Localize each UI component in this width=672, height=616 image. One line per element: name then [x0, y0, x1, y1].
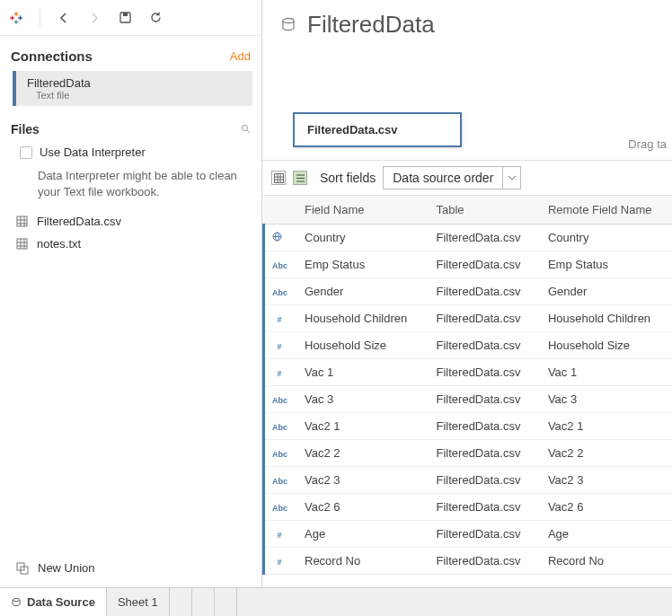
table-icon — [16, 216, 28, 227]
grid-toolbar: Sort fields Data source order — [262, 161, 672, 196]
file-item[interactable]: FilteredData.csv — [0, 210, 261, 233]
sheet-tabs: Data Source Sheet 1 — [0, 587, 672, 616]
data-interpreter-label: Use Data Interpreter — [40, 145, 146, 159]
join-canvas[interactable]: FilteredData.csv Drag ta — [262, 44, 672, 161]
col-table[interactable]: Table — [428, 196, 539, 224]
new-story-button[interactable] — [215, 588, 237, 616]
field-type-icon: # — [264, 332, 296, 359]
datasource-tab-icon — [11, 597, 22, 608]
field-type-icon: # — [264, 359, 296, 386]
field-type-icon: Abc — [264, 467, 296, 494]
field-name-cell: Household Size — [296, 332, 428, 359]
table-row[interactable]: AbcEmp StatusFilteredData.csvEmp Status — [264, 251, 673, 278]
table-row[interactable]: AbcVac 3FilteredData.csvVac 3 — [264, 386, 673, 413]
connection-name: FilteredData — [27, 76, 242, 90]
add-connection-link[interactable]: Add — [230, 49, 251, 63]
sort-fields-label: Sort fields — [320, 171, 376, 185]
remote-cell: Vac 3 — [539, 386, 672, 413]
remote-cell: Vac2 6 — [539, 494, 672, 521]
svg-rect-12 — [17, 216, 27, 226]
table-row[interactable]: CountryFilteredData.csvCountry — [264, 224, 673, 251]
top-toolbar — [0, 0, 261, 36]
datasource-icon — [280, 17, 296, 33]
field-type-icon: # — [264, 521, 296, 548]
table-cell: FilteredData.csv — [428, 359, 539, 386]
new-dashboard-button[interactable] — [192, 588, 215, 616]
table-row[interactable]: #Vac 1FilteredData.csvVac 1 — [264, 359, 673, 386]
table-cell: FilteredData.csv — [428, 332, 539, 359]
field-type-icon: # — [264, 305, 296, 332]
field-type-icon: Abc — [264, 494, 296, 521]
data-interpreter-checkbox[interactable] — [20, 146, 32, 159]
remote-cell: Age — [539, 521, 672, 548]
table-icon — [16, 238, 28, 250]
data-interpreter-row[interactable]: Use Data Interpreter — [0, 142, 261, 168]
new-union-button[interactable]: New Union — [0, 552, 261, 587]
table-row[interactable]: AbcVac2 3FilteredData.csvVac2 3 — [264, 467, 673, 494]
remote-cell: Vac2 3 — [539, 467, 672, 494]
svg-rect-9 — [123, 13, 128, 16]
file-item[interactable]: notes.txt — [0, 233, 261, 255]
save-icon[interactable] — [118, 11, 132, 25]
refresh-icon[interactable] — [148, 11, 163, 25]
field-name-cell: Age — [296, 521, 428, 548]
table-pill[interactable]: FilteredData.csv — [293, 112, 462, 147]
field-name-cell: Gender — [296, 278, 428, 305]
table-cell: FilteredData.csv — [428, 305, 539, 332]
union-icon — [16, 562, 29, 575]
data-interpreter-note: Data Interpreter might be able to clean … — [0, 168, 261, 210]
tableau-logo-icon[interactable] — [9, 11, 23, 25]
files-title: Files — [11, 122, 40, 136]
remote-cell: Emp Status — [539, 251, 672, 278]
fields-grid: Field Name Table Remote Field Name Count… — [262, 196, 672, 587]
remote-cell: Household Children — [539, 305, 672, 332]
field-type-icon: Abc — [264, 440, 296, 467]
field-name-cell: Vac2 3 — [296, 467, 428, 494]
connection-type: Text file — [27, 90, 242, 101]
field-name-cell: Vac2 2 — [296, 440, 428, 467]
field-name-cell: Household Children — [296, 305, 428, 332]
col-remote-field[interactable]: Remote Field Name — [539, 196, 672, 224]
table-row[interactable]: #Household SizeFilteredData.csvHousehold… — [264, 332, 673, 359]
datasource-title[interactable]: FilteredData — [307, 11, 435, 39]
tab-label: Sheet 1 — [118, 595, 158, 609]
table-row[interactable]: AbcVac2 6FilteredData.csvVac2 6 — [264, 494, 673, 521]
table-cell: FilteredData.csv — [428, 251, 539, 278]
table-row[interactable]: AbcGenderFilteredData.csvGender — [264, 278, 673, 305]
right-pane: FilteredData FilteredData.csv Drag ta So… — [262, 0, 672, 587]
tab-data-source[interactable]: Data Source — [0, 588, 107, 616]
grid-header-row: Field Name Table Remote Field Name — [264, 196, 673, 224]
grid-view-icon[interactable] — [271, 171, 286, 185]
svg-rect-17 — [17, 239, 27, 249]
drag-hint: Drag ta — [628, 137, 667, 151]
field-type-icon — [264, 224, 296, 251]
field-name-cell: Record No — [296, 548, 428, 575]
table-cell: FilteredData.csv — [428, 494, 539, 521]
forward-icon[interactable] — [87, 11, 102, 25]
col-field-name[interactable]: Field Name — [296, 196, 428, 224]
svg-line-11 — [247, 130, 250, 133]
datasource-title-row: FilteredData — [262, 0, 672, 44]
connection-item[interactable]: FilteredData Text file — [13, 71, 252, 106]
back-icon[interactable] — [57, 11, 71, 25]
files-header: Files — [0, 108, 261, 142]
field-type-icon: Abc — [264, 386, 296, 413]
remote-cell: Gender — [539, 278, 672, 305]
field-type-icon: # — [264, 548, 296, 575]
table-row[interactable]: #AgeFilteredData.csvAge — [264, 521, 673, 548]
table-row[interactable]: AbcVac2 1FilteredData.csvVac2 1 — [264, 413, 673, 440]
search-files-icon[interactable] — [241, 124, 251, 136]
field-name-cell: Emp Status — [296, 251, 428, 278]
sort-order-dropdown[interactable]: Data source order — [383, 166, 521, 189]
table-row[interactable]: AbcVac2 2FilteredData.csvVac2 2 — [264, 440, 673, 467]
file-name: notes.txt — [37, 237, 81, 251]
field-type-icon: Abc — [264, 251, 296, 278]
list-view-icon[interactable] — [293, 171, 307, 185]
new-worksheet-button[interactable] — [170, 588, 192, 616]
table-row[interactable]: #Household ChildrenFilteredData.csvHouse… — [264, 305, 673, 332]
field-name-cell: Vac2 1 — [296, 413, 428, 440]
table-cell: FilteredData.csv — [428, 521, 539, 548]
table-row[interactable]: #Record NoFilteredData.csvRecord No — [264, 548, 673, 575]
field-name-cell: Vac 1 — [296, 359, 428, 386]
tab-sheet-1[interactable]: Sheet 1 — [107, 588, 170, 616]
